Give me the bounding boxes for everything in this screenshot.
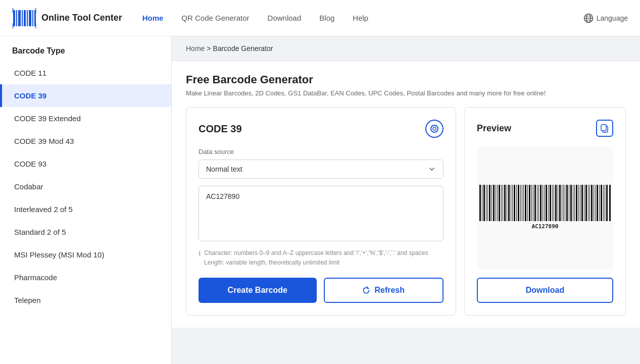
sidebar-item-code39mod43[interactable]: CODE 39 Mod 43 <box>0 130 171 152</box>
svg-rect-3 <box>22 10 23 26</box>
create-barcode-button[interactable]: Create Barcode <box>199 278 317 303</box>
svg-rect-35 <box>504 185 506 221</box>
preview-header: Preview <box>477 120 613 137</box>
svg-rect-87 <box>603 185 604 221</box>
svg-rect-66 <box>563 185 564 221</box>
sidebar-item-telepen[interactable]: Telepen <box>0 289 171 311</box>
svg-rect-77 <box>584 185 584 221</box>
data-source-dropdown[interactable]: Normal text <box>199 160 444 179</box>
svg-rect-7 <box>32 10 33 26</box>
svg-rect-2 <box>18 10 21 26</box>
breadcrumb-home[interactable]: Home <box>186 44 205 53</box>
sidebar-item-pharmacode[interactable]: Pharmacode <box>0 266 171 289</box>
svg-rect-6 <box>29 10 31 26</box>
nav-download[interactable]: Download <box>268 14 302 22</box>
logo-area: Online Tool Center <box>12 8 122 28</box>
barcode-preview: AC127890 <box>477 147 613 270</box>
svg-rect-49 <box>531 185 532 221</box>
chevron-down-icon <box>428 165 436 173</box>
svg-rect-79 <box>588 185 588 221</box>
svg-rect-51 <box>534 185 536 221</box>
svg-rect-52 <box>537 185 537 221</box>
svg-rect-90 <box>609 185 611 221</box>
svg-rect-65 <box>562 185 562 221</box>
svg-rect-46 <box>525 185 526 221</box>
svg-rect-57 <box>546 185 547 221</box>
sidebar-item-code39ext[interactable]: CODE 39 Extended <box>0 107 171 130</box>
svg-rect-10 <box>12 23 14 28</box>
svg-rect-9 <box>12 8 14 13</box>
svg-rect-86 <box>601 185 602 221</box>
refresh-label: Refresh <box>374 286 405 295</box>
globe-icon <box>583 13 594 23</box>
download-button[interactable]: Download <box>477 278 613 303</box>
svg-rect-39 <box>512 185 513 221</box>
settings-button[interactable] <box>425 120 444 138</box>
svg-rect-38 <box>511 185 511 221</box>
hint-text: ℹ Character: numbers 0–9 and A–Z upperca… <box>199 248 444 268</box>
svg-text:AC127890: AC127890 <box>532 223 559 230</box>
svg-rect-37 <box>508 185 510 221</box>
sidebar-item-msi[interactable]: MSI Plessey (MSI Mod 10) <box>0 243 171 266</box>
svg-rect-64 <box>559 185 561 221</box>
sidebar-item-interleaved2of5[interactable]: Interleaved 2 of 5 <box>0 198 171 221</box>
logo-text: Online Tool Center <box>41 13 122 23</box>
action-buttons: Create Barcode Refresh <box>199 278 444 303</box>
svg-rect-89 <box>606 185 608 221</box>
svg-rect-12 <box>35 23 36 28</box>
svg-rect-69 <box>569 185 569 221</box>
preview-title: Preview <box>477 123 511 134</box>
svg-rect-36 <box>507 185 507 221</box>
svg-rect-74 <box>578 185 579 221</box>
svg-rect-48 <box>529 185 530 221</box>
panel-header: CODE 39 <box>199 120 444 138</box>
sidebar-item-code39[interactable]: CODE 39 <box>0 84 171 107</box>
svg-rect-45 <box>523 185 524 221</box>
svg-rect-25 <box>486 185 486 221</box>
svg-rect-54 <box>540 185 541 221</box>
nav-help[interactable]: Help <box>353 14 368 22</box>
content-area: Free Barcode Generator Make Linear Barco… <box>172 61 640 328</box>
svg-rect-63 <box>558 185 558 221</box>
nav-home[interactable]: Home <box>142 14 164 22</box>
svg-rect-22 <box>479 185 481 221</box>
svg-rect-33 <box>501 185 502 221</box>
svg-rect-24 <box>483 185 485 221</box>
svg-rect-62 <box>555 185 557 221</box>
svg-rect-61 <box>554 185 554 221</box>
svg-rect-55 <box>543 185 543 221</box>
svg-rect-23 <box>482 185 482 221</box>
svg-rect-71 <box>573 185 573 221</box>
sidebar-item-standard2of5[interactable]: Standard 2 of 5 <box>0 221 171 243</box>
breadcrumb-current: Barcode Generator <box>213 44 273 53</box>
header: Online Tool Center Home QR Code Generato… <box>0 0 640 36</box>
barcode-svg: AC127890 <box>479 185 611 230</box>
dropdown-value: Normal text <box>206 165 242 173</box>
page-title: Free Barcode Generator <box>186 73 626 86</box>
svg-rect-75 <box>580 185 580 221</box>
svg-rect-47 <box>527 185 528 221</box>
svg-rect-58 <box>548 185 549 221</box>
nav-blog[interactable]: Blog <box>319 14 334 22</box>
sidebar-item-code93[interactable]: CODE 93 <box>0 152 171 175</box>
sidebar-item-code11[interactable]: CODE 11 <box>0 62 171 84</box>
svg-rect-43 <box>520 185 521 221</box>
svg-rect-4 <box>24 10 26 26</box>
sidebar-item-codabar[interactable]: Codabar <box>0 175 171 198</box>
language-button[interactable]: Language <box>583 13 628 23</box>
refresh-button[interactable]: Refresh <box>324 278 444 303</box>
language-label: Language <box>597 14 628 22</box>
copy-button[interactable] <box>596 120 613 137</box>
svg-rect-67 <box>565 185 565 221</box>
nav-qr-code[interactable]: QR Code Generator <box>181 14 249 22</box>
svg-rect-81 <box>591 185 593 221</box>
svg-rect-29 <box>493 185 495 221</box>
svg-rect-82 <box>594 185 594 221</box>
barcode-text-input[interactable]: AC127890 <box>199 186 444 241</box>
refresh-icon <box>362 286 370 294</box>
svg-rect-31 <box>497 185 498 221</box>
svg-point-18 <box>431 125 438 132</box>
svg-rect-88 <box>605 185 605 221</box>
svg-rect-72 <box>574 185 575 221</box>
layout: Barcode Type CODE 11 CODE 39 CODE 39 Ext… <box>0 36 640 364</box>
